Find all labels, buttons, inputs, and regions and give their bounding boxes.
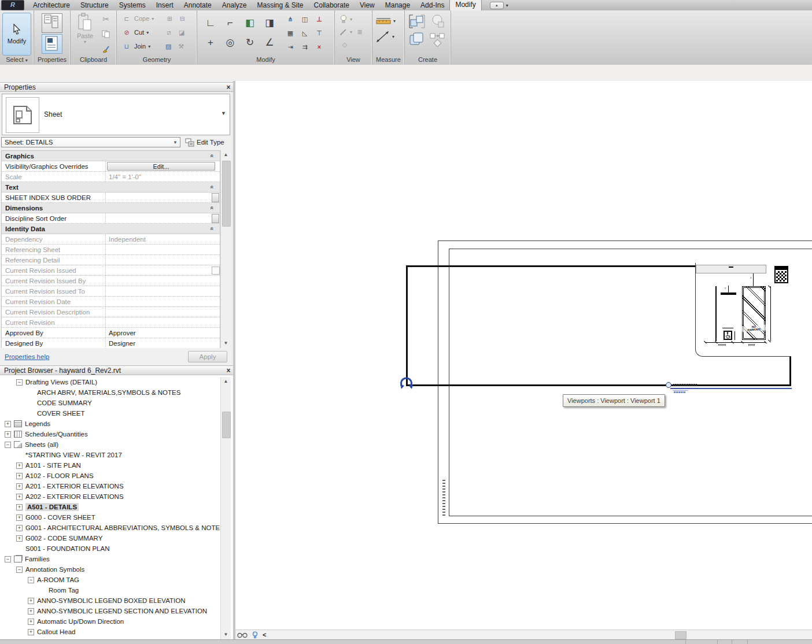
tree-item-label[interactable]: ANNO-SYMBOLIC LEGEND BOXED ELEVATION [37,597,185,604]
property-row[interactable]: SHEET INDEX SUB ORDER « [2,193,220,203]
trim-extend-multiple-icon[interactable]: ⇉ [300,42,310,52]
property-row[interactable]: Designed By Designer Designer « [2,338,220,349]
create-assembly-icon[interactable] [408,32,426,47]
edit-type-button[interactable]: Edit Type [185,136,224,148]
property-value[interactable]: Independent [106,236,220,243]
tree-item[interactable]: CODE SUMMARY [0,398,220,408]
tree-expander-icon[interactable] [28,629,34,635]
cut-geometry-button[interactable]: ⊘ Cut▾ ⧄ ◪ [121,25,197,39]
property-row[interactable]: Visibility/Graphics Overrides Edit... Ed… [2,161,220,172]
property-row[interactable]: Discipline Sort Order « [2,213,220,224]
tree-item[interactable]: COVER SHEET [0,408,220,419]
hidden-lines-icon[interactable]: ≣ [355,27,365,37]
copy-to-clipboard-icon[interactable] [99,28,112,40]
tree-item-label[interactable]: *STARTING VIEW - REVIT 2017 [25,451,122,458]
ribbon-tab[interactable]: Systems [114,1,151,10]
ribbon-tab[interactable]: Manage [380,1,415,10]
property-row[interactable]: Referencing Sheet « [2,245,220,255]
split-face-icon[interactable]: ◪ [176,27,187,38]
property-row[interactable]: Dimensions « [2,203,220,213]
tree-item[interactable]: A201 - EXTERIOR ELEVATIONS [0,481,220,491]
viewport-title-bubble[interactable] [666,382,671,388]
tree-item-label[interactable]: Sheets (all) [25,441,58,448]
cut-to-clipboard-icon[interactable]: ✂ [99,13,112,25]
properties-scrollbar[interactable]: ▲ ▼ [220,150,231,348]
tree-expander-icon[interactable] [16,567,23,573]
properties-help-link[interactable]: Properties help [5,353,188,360]
aligned-dimension-button[interactable]: ▾ [376,28,404,45]
horizontal-scrollbar-thumb[interactable] [675,631,686,639]
move-icon[interactable]: + [202,34,219,51]
browser-scrollbar[interactable]: ▲ ▼ [220,377,231,639]
property-row[interactable]: Current Revision Date « [2,297,220,307]
reveal-hidden-elements-icon[interactable] [237,632,248,638]
collapse-chevron-icon[interactable]: « [209,154,216,158]
collapse-chevron-icon[interactable]: « [209,206,216,210]
tree-item[interactable]: ARCH ABRV, MATERIALS,SYMBOLS & NOTES [0,387,220,398]
tree-item[interactable]: Annotation Symbols [0,564,220,575]
match-type-properties-icon[interactable] [99,43,112,55]
tree-item[interactable]: Legends [0,419,220,429]
property-row[interactable]: Current Revision Description « [2,307,220,317]
tree-item-label[interactable]: Callout Head [37,628,75,635]
property-row[interactable]: Dependency Independent Independent « [2,234,220,245]
type-selector[interactable]: Sheet ▼ [2,94,230,135]
tree-item-label[interactable]: Drafting Views (DETAIL) [25,379,97,386]
modify-tool-button[interactable]: Modify [2,13,31,55]
ribbon-tab[interactable]: Architecture [28,1,75,10]
tree-item-label[interactable]: A202 - EXTERIOR ELEVATIONS [25,493,124,500]
tree-item-label[interactable]: COVER SHEET [37,410,84,417]
scrollbar-thumb[interactable] [222,161,231,227]
create-similar-icon[interactable] [429,32,446,47]
property-row[interactable]: Identity Data « [2,224,220,234]
property-value[interactable]: Approver [106,330,220,336]
tree-item[interactable]: G002 - CODE SUMMARY [0,533,220,543]
displace-elements-button[interactable]: ◇ [339,38,372,51]
cope-button[interactable]: ⊏ Cope▾ ⊞ ⊟ [121,12,197,25]
application-menu-button[interactable]: R [1,0,24,10]
tree-item-label[interactable]: Schedules/Quantities [25,431,88,438]
tree-expander-icon[interactable] [16,379,23,386]
tree-item-label[interactable]: A101 - SITE PLAN [25,462,81,469]
tree-item-label[interactable]: A-ROOM TAG [37,576,79,583]
property-row[interactable]: Text « [2,182,220,193]
tree-expander-icon[interactable] [28,608,34,615]
tree-item[interactable]: ANNO-SYMBOLIC LEGEND BOXED ELEVATION [0,595,220,606]
delete-icon[interactable]: × [314,42,324,52]
mirror-draw-axis-icon[interactable]: ◨ [261,14,278,31]
split-element-icon[interactable]: ⋔ [285,14,296,24]
collapse-chevron-icon[interactable]: « [209,227,216,231]
tree-expander-icon[interactable] [5,442,11,448]
unpin-icon[interactable]: ⊥ [314,14,324,24]
scrollbar-thumb[interactable] [222,412,231,438]
ribbon-tab[interactable]: Structure [75,1,114,10]
array-icon[interactable]: ▦ [285,28,296,38]
paint-icon[interactable]: ▨ [163,41,174,51]
collapse-chevron-icon[interactable]: « [209,186,216,189]
tree-expander-icon[interactable] [28,619,34,625]
wall-joins-icon[interactable]: ⊞ [164,13,175,24]
hide-in-view-button[interactable]: ▾ [339,13,372,25]
mirror-pick-axis-icon[interactable]: ◧ [241,14,259,31]
tree-expander-icon[interactable] [5,431,11,438]
checkbox[interactable] [212,267,220,275]
scroll-down-icon[interactable]: ▼ [222,339,230,347]
copy-icon[interactable]: ◎ [222,34,239,51]
ribbon-tab[interactable]: Collaborate [309,1,355,10]
join-geometry-button[interactable]: ⊔ Join▾ ▨ ⚒ [121,39,197,53]
ribbon-tab[interactable]: Insert [151,1,179,10]
chevron-down-icon[interactable]: ▼ [221,110,226,116]
edit-button[interactable]: Edit... [107,162,215,171]
property-row[interactable]: Referencing Detail « [2,255,220,265]
close-icon[interactable]: × [224,367,233,375]
tree-item-label[interactable]: ANNO-SYMBOLIC LEGEND SECTION AND ELEVATI… [37,608,207,615]
tree-expander-icon[interactable] [16,515,23,521]
rotate-grip-icon[interactable] [399,376,414,391]
properties-title-bar[interactable]: Properties × [0,82,233,92]
tree-item[interactable]: Room Tag [0,585,220,595]
instance-selector-combo[interactable]: Sheet: DETAILS ▾ [1,137,180,147]
collapse-view-bar-icon[interactable]: < [263,631,266,638]
tree-expander-icon[interactable] [16,473,23,479]
properties-palette-button[interactable] [42,13,62,33]
tree-item-label[interactable]: Room Tag [49,587,79,594]
